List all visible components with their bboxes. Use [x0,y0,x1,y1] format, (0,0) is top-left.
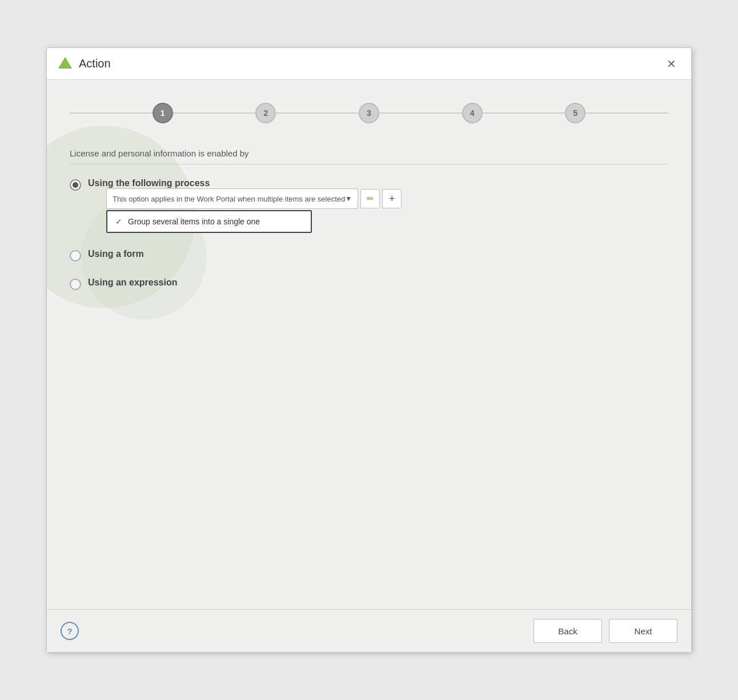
dialog-header: Action ✕ [47,48,691,80]
dropdown-placeholder: This option applies in the Work Portal w… [113,195,345,203]
footer-actions: Back Next [534,619,677,643]
dialog-body: 1 2 3 4 5 License and personal informati… [47,80,691,609]
add-button[interactable]: + [382,189,402,208]
stepper: 1 2 3 4 5 [70,97,668,135]
dropdown-item-text: Group several items into a single one [128,217,260,226]
step-4: 4 [462,103,483,123]
step-1: 1 [153,103,173,123]
add-icon: + [389,193,395,205]
radio-form[interactable] [70,250,81,262]
next-button[interactable]: Next [609,619,677,643]
dialog-title: Action [79,57,111,70]
dropdown-popup: ✓ Group several items into a single one [106,210,312,233]
radio-expression[interactable] [70,279,81,290]
help-button[interactable]: ? [61,622,79,640]
radio-process-label: Using the following process [88,178,210,188]
radio-form-label: Using a form [88,249,144,259]
dropdown-area: This option applies in the Work Portal w… [106,188,402,233]
dropdown-item-group[interactable]: ✓ Group several items into a single one [107,211,311,232]
edit-icon: ✏ [367,194,374,204]
dialog-footer: ? Back Next [47,609,691,652]
title-area: Action [57,56,111,72]
radio-expression-label: Using an expression [88,277,178,288]
section-label: License and personal information is enab… [70,148,668,164]
stepper-line-1 [173,112,256,114]
process-dropdown[interactable]: This option applies in the Work Portal w… [106,188,358,209]
dialog-window: Action ✕ 1 2 3 4 5 License and personal … [46,47,692,653]
stepper-line-5 [585,112,668,114]
stepper-line-3 [379,112,462,114]
back-button[interactable]: Back [534,619,602,643]
radio-process[interactable] [70,179,81,191]
step-5: 5 [565,103,585,123]
radio-option-process: Using the following process This option … [70,178,668,233]
radio-options: Using the following process This option … [70,178,668,290]
stepper-line-0 [70,112,153,114]
stepper-line-2 [276,112,359,114]
radio-option-form: Using a form [70,249,668,262]
step-2: 2 [255,103,276,123]
dropdown-row: This option applies in the Work Portal w… [106,188,402,209]
dropdown-arrow-icon: ▼ [345,195,352,203]
checkmark-icon: ✓ [115,217,122,226]
close-button[interactable]: ✕ [662,56,681,72]
radio-option-expression: Using an expression [70,277,668,290]
step-3: 3 [359,103,379,123]
stepper-line-4 [483,112,565,114]
edit-button[interactable]: ✏ [360,189,380,208]
app-logo-icon [57,56,73,72]
